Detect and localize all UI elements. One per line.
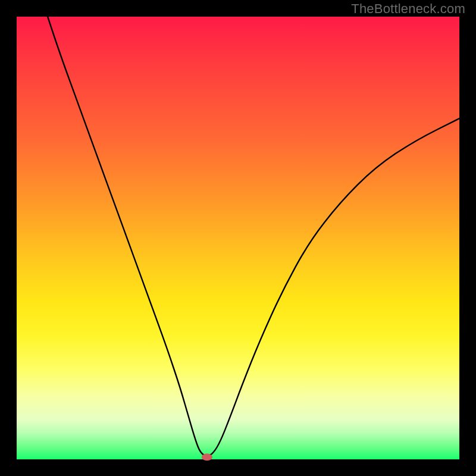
minimum-marker [202, 453, 212, 461]
curve-svg [17, 17, 459, 459]
watermark-text: TheBottleneck.com [351, 1, 465, 17]
bottleneck-curve [48, 17, 459, 456]
chart-frame: TheBottleneck.com [0, 0, 476, 476]
plot-area [17, 17, 459, 459]
